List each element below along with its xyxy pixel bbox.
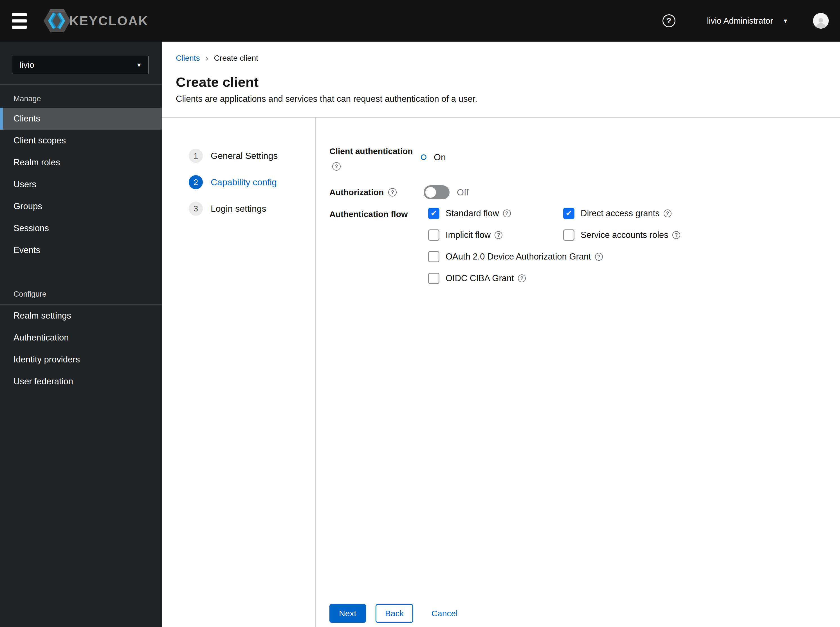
direct-access-grants-checkbox[interactable] bbox=[563, 208, 575, 219]
keycloak-hexagon-icon bbox=[43, 7, 71, 34]
chevron-down-icon bbox=[784, 17, 787, 25]
direct-access-grants-label[interactable]: Direct access grants bbox=[581, 208, 660, 219]
implicit-flow-label[interactable]: Implicit flow bbox=[445, 230, 491, 240]
client-authentication-help-icon[interactable] bbox=[332, 162, 341, 171]
sidebar-item-authentication[interactable]: Authentication bbox=[0, 327, 162, 349]
implicit-flow-help-icon[interactable] bbox=[494, 231, 502, 239]
client-authentication-state: On bbox=[434, 152, 446, 162]
client-authentication-control: On bbox=[424, 144, 446, 171]
chevron-down-icon bbox=[137, 61, 141, 69]
wizard-steps-nav: 1 General Settings 2 Capability config 3… bbox=[162, 118, 316, 627]
brand-text: KEYCLOAK bbox=[69, 13, 148, 28]
cancel-button[interactable]: Cancel bbox=[431, 609, 458, 618]
authorization-toggle[interactable] bbox=[424, 185, 450, 199]
authorization-label: Authorization bbox=[329, 187, 384, 198]
oidc-ciba-grant-label[interactable]: OIDC CIBA Grant bbox=[445, 273, 514, 284]
help-icon[interactable] bbox=[663, 14, 676, 27]
oauth-device-grant-help-icon[interactable] bbox=[595, 253, 603, 261]
sidebar-item-groups[interactable]: Groups bbox=[0, 195, 162, 217]
oidc-ciba-grant-checkbox[interactable] bbox=[428, 273, 439, 284]
option-oidc-ciba-grant: OIDC CIBA Grant bbox=[428, 273, 680, 284]
page-header: Clients Create client Create client Clie… bbox=[162, 42, 840, 104]
authentication-flow-options: Standard flow Direct access grants Impli… bbox=[428, 208, 680, 284]
option-oauth-device-grant: OAuth 2.0 Device Authorization Grant bbox=[428, 251, 680, 262]
standard-flow-label[interactable]: Standard flow bbox=[445, 208, 499, 219]
service-accounts-roles-help-icon[interactable] bbox=[672, 231, 680, 239]
step-label: General Settings bbox=[211, 151, 278, 161]
wizard-actions: Next Back Cancel bbox=[329, 604, 458, 623]
authentication-flow-label: Authentication flow bbox=[329, 209, 424, 220]
create-client-wizard: 1 General Settings 2 Capability config 3… bbox=[162, 117, 840, 627]
hamburger-menu-icon[interactable] bbox=[12, 13, 27, 29]
nav-section-title-manage: Manage bbox=[14, 95, 162, 103]
authorization-row: Authorization Off bbox=[329, 185, 840, 199]
standard-flow-checkbox[interactable] bbox=[428, 208, 439, 219]
avatar[interactable] bbox=[813, 13, 829, 29]
breadcrumb-link-clients[interactable]: Clients bbox=[176, 54, 200, 63]
step-number-circle: 2 bbox=[189, 175, 203, 189]
nav-gap bbox=[0, 261, 162, 280]
sidebar-item-events[interactable]: Events bbox=[0, 239, 162, 261]
step-number-circle: 3 bbox=[189, 202, 203, 216]
option-standard-flow: Standard flow bbox=[428, 208, 563, 219]
oauth-device-grant-label[interactable]: OAuth 2.0 Device Authorization Grant bbox=[445, 252, 591, 262]
keycloak-logo[interactable]: KEYCLOAK bbox=[43, 7, 148, 34]
user-menu[interactable]: livio Administrator bbox=[707, 16, 787, 25]
step-label: Login settings bbox=[211, 203, 266, 214]
next-button[interactable]: Next bbox=[329, 604, 366, 623]
client-authentication-row: Client authentication On bbox=[329, 144, 840, 171]
nav-section-title-configure: Configure bbox=[14, 290, 162, 299]
app-header: KEYCLOAK livio Administrator bbox=[0, 0, 840, 42]
authentication-flow-row: Authentication flow Standard flow Direct… bbox=[329, 208, 840, 284]
wizard-step-capability-config[interactable]: 2 Capability config bbox=[189, 175, 315, 189]
user-name: livio Administrator bbox=[707, 16, 773, 25]
sidebar-nav: Manage Clients Client scopes Realm roles… bbox=[0, 84, 162, 392]
standard-flow-help-icon[interactable] bbox=[503, 210, 511, 217]
sidebar: livio Manage Clients Client scopes Realm… bbox=[0, 42, 162, 627]
user-avatar-icon bbox=[815, 16, 827, 29]
authorization-help-icon[interactable] bbox=[388, 188, 397, 197]
header-right: livio Administrator bbox=[663, 13, 840, 29]
service-accounts-roles-checkbox[interactable] bbox=[563, 229, 575, 241]
option-implicit-flow: Implicit flow bbox=[428, 229, 563, 241]
authorization-state: Off bbox=[457, 187, 469, 198]
sidebar-item-client-scopes[interactable]: Client scopes bbox=[0, 130, 162, 151]
oauth-device-grant-checkbox[interactable] bbox=[428, 251, 439, 262]
breadcrumb: Clients Create client bbox=[176, 54, 840, 63]
step-number-circle: 1 bbox=[189, 149, 203, 163]
page-title: Create client bbox=[176, 74, 840, 90]
breadcrumb-current: Create client bbox=[214, 54, 258, 63]
realm-selector[interactable]: livio bbox=[12, 56, 148, 74]
chevron-right-icon bbox=[206, 54, 208, 63]
sidebar-item-sessions[interactable]: Sessions bbox=[0, 217, 162, 239]
sidebar-item-clients[interactable]: Clients bbox=[0, 108, 162, 130]
capability-config-form: Client authentication On Authorization bbox=[316, 118, 840, 627]
wizard-step-general-settings[interactable]: 1 General Settings bbox=[189, 149, 315, 163]
sidebar-item-users[interactable]: Users bbox=[0, 173, 162, 195]
authorization-control: Off bbox=[424, 185, 469, 199]
authorization-label-col: Authorization bbox=[329, 187, 424, 198]
sidebar-item-realm-roles[interactable]: Realm roles bbox=[0, 151, 162, 173]
realm-name: livio bbox=[20, 60, 34, 70]
wizard-step-login-settings[interactable]: 3 Login settings bbox=[189, 202, 315, 216]
option-service-accounts-roles: Service accounts roles bbox=[563, 229, 680, 241]
back-button[interactable]: Back bbox=[376, 604, 414, 623]
authentication-flow-label-col: Authentication flow bbox=[329, 208, 424, 284]
keycloak-admin-console: KEYCLOAK livio Administrator livio Manag… bbox=[0, 0, 840, 627]
sidebar-item-identity-providers[interactable]: Identity providers bbox=[0, 349, 162, 370]
toggle-focus-ring bbox=[421, 154, 426, 160]
client-authentication-label: Client authentication bbox=[329, 146, 424, 157]
direct-access-grants-help-icon[interactable] bbox=[664, 210, 671, 217]
sidebar-item-realm-settings[interactable]: Realm settings bbox=[0, 305, 162, 327]
step-label: Capability config bbox=[211, 177, 277, 187]
implicit-flow-checkbox[interactable] bbox=[428, 229, 439, 241]
sidebar-item-user-federation[interactable]: User federation bbox=[0, 370, 162, 392]
client-authentication-label-col: Client authentication bbox=[329, 144, 424, 171]
option-direct-access-grants: Direct access grants bbox=[563, 208, 680, 219]
oidc-ciba-grant-help-icon[interactable] bbox=[518, 274, 526, 282]
page-subtitle: Clients are applications and services th… bbox=[176, 94, 840, 104]
service-accounts-roles-label[interactable]: Service accounts roles bbox=[581, 230, 668, 240]
